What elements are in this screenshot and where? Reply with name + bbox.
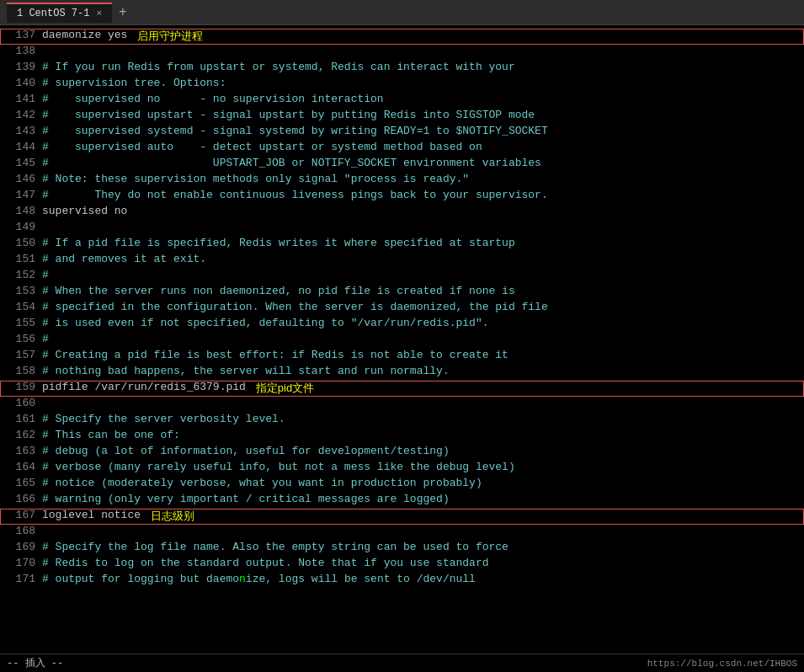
line-content: # They do not enable continuous liveness… [42,189,548,201]
line-number: 141 [5,93,35,105]
editor-line-161: 161# Specify the server verbosity level. [0,413,804,429]
line-content: loglevel notice [42,509,141,521]
line-content: # When the server runs non daemonized, n… [42,285,515,297]
line-content: # output for logging but daemonize, logs… [42,573,476,585]
editor-line-140: 140# supervision tree. Options: [0,77,804,93]
editor-line-170: 170# Redis to log on the standard output… [0,557,804,573]
editor-line-168: 168 [0,525,804,541]
line-content: # and removes it at exit. [42,253,206,265]
editor-line-160: 160 [0,397,804,413]
line-number: 168 [5,525,35,537]
editor-line-167: 167loglevel notice日志级别 [0,509,804,525]
editor-line-147: 147# They do not enable continuous liven… [0,189,804,205]
editor-line-165: 165# notice (moderately verbose, what yo… [0,477,804,493]
line-content: # nothing bad happens, the server will s… [42,365,450,377]
line-content: # supervised upstart - signal upstart by… [42,109,535,121]
line-content: # verbose (many rarely useful info, but … [42,461,515,473]
editor-line-166: 166# warning (only very important / crit… [0,493,804,509]
editor-line-154: 154# specified in the configuration. Whe… [0,301,804,317]
line-content: # UPSTART_JOB or NOTIFY_SOCKET environme… [42,157,541,169]
line-content: # supervised systemd - signal systemd by… [42,125,548,137]
editor-line-143: 143# supervised systemd - signal systemd… [0,125,804,141]
editor-line-171: 171# output for logging but daemonize, l… [0,573,804,589]
line-content: # supervised auto - detect upstart or sy… [42,141,482,153]
line-number: 166 [5,493,35,505]
tab-1-close[interactable]: × [96,8,102,19]
line-number: 150 [5,237,35,249]
line-content: # Note: these supervision methods only s… [42,173,469,185]
line-number: 156 [5,333,35,345]
annotation-text: 日志级别 [151,509,194,524]
editor-line-169: 169# Specify the log file name. Also the… [0,541,804,557]
editor-line-152: 152# [0,269,804,285]
line-content: # [42,333,49,345]
line-number: 148 [5,205,35,217]
line-number: 162 [5,429,35,441]
line-content: # [42,269,49,281]
editor-line-157: 157# Creating a pid file is best effort:… [0,349,804,365]
terminal: 137daemonize yes启用守护进程138139# If you run… [0,25,804,672]
editor-line-164: 164# verbose (many rarely useful info, b… [0,461,804,477]
editor-line-158: 158# nothing bad happens, the server wil… [0,365,804,381]
line-content: # notice (moderately verbose, what you w… [42,477,482,489]
line-number: 167 [5,509,35,521]
editor-line-163: 163# debug (a lot of information, useful… [0,445,804,461]
status-bar: -- 插入 -- https://blog.csdn.net/IHBOS [0,653,804,672]
editor-line-138: 138 [0,45,804,61]
line-number: 138 [5,45,35,57]
title-bar: 1 CentOS 7-1 × + [0,0,804,25]
line-content: # supervision tree. Options: [42,77,226,89]
line-number: 145 [5,157,35,169]
line-number: 170 [5,557,35,569]
tab-1-label: 1 CentOS 7-1 [17,8,89,19]
editor-line-149: 149 [0,221,804,237]
editor-line-141: 141# supervised no - no supervision inte… [0,93,804,109]
line-content: # supervised no - no supervision interac… [42,93,384,105]
line-number: 164 [5,461,35,473]
line-number: 169 [5,541,35,553]
line-content: # Redis to log on the standard output. N… [42,557,489,569]
line-number: 155 [5,317,35,329]
line-number: 143 [5,125,35,137]
tab-1[interactable]: 1 CentOS 7-1 × [7,3,112,23]
line-content: # If a pid file is specified, Redis writ… [42,237,515,249]
editor-line-162: 162# This can be one of: [0,429,804,445]
line-number: 171 [5,573,35,585]
tab-add-icon[interactable]: + [119,5,127,20]
green-char: n [239,573,246,585]
line-number: 144 [5,141,35,153]
line-content: # specified in the configuration. When t… [42,301,548,313]
line-content: # debug (a lot of information, useful fo… [42,445,450,457]
line-number: 160 [5,397,35,409]
editor-line-155: 155# is used even if not specified, defa… [0,317,804,333]
status-url: https://blog.csdn.net/IHBOS [647,659,797,669]
editor-line-146: 146# Note: these supervision methods onl… [0,173,804,189]
editor-line-159: 159pidfile /var/run/redis_6379.pid指定pid文… [0,381,804,397]
line-number: 163 [5,445,35,457]
line-number: 147 [5,189,35,201]
line-number: 139 [5,61,35,73]
editor-line-156: 156# [0,333,804,349]
editor-line-145: 145# UPSTART_JOB or NOTIFY_SOCKET enviro… [0,157,804,173]
editor-line-142: 142# supervised upstart - signal upstart… [0,109,804,125]
line-content: # warning (only very important / critica… [42,493,450,505]
annotation-text: 启用守护进程 [137,29,203,44]
editor-line-148: 148supervised no [0,205,804,221]
line-number: 140 [5,77,35,89]
line-content: pidfile /var/run/redis_6379.pid [42,381,246,393]
line-content: # If you run Redis from upstart or syste… [42,61,515,73]
line-number: 153 [5,285,35,297]
line-content: # This can be one of: [42,429,180,441]
status-mode: -- 插入 -- [7,656,63,670]
line-number: 154 [5,301,35,313]
editor-line-151: 151# and removes it at exit. [0,253,804,269]
line-number: 146 [5,173,35,185]
editor-line-153: 153# When the server runs non daemonized… [0,285,804,301]
line-number: 161 [5,413,35,425]
line-content: # is used even if not specified, default… [42,317,489,329]
line-content: # Specify the log file name. Also the em… [42,541,508,553]
annotation-text: 指定pid文件 [256,381,314,396]
line-number: 157 [5,349,35,361]
line-number: 158 [5,365,35,377]
line-number: 151 [5,253,35,265]
